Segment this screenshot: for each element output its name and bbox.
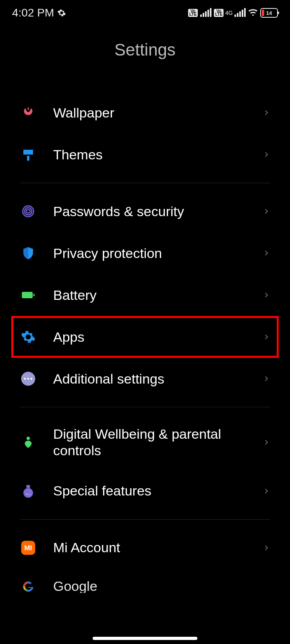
setting-label: Wallpaper [53, 105, 263, 121]
setting-item-mi-account[interactable]: MI Mi Account [0, 527, 290, 569]
battery-icon [20, 287, 36, 303]
setting-item-wellbeing[interactable]: Digital Wellbeing & parental controls [0, 415, 290, 470]
chevron-right-icon [263, 208, 270, 215]
setting-label: Themes [53, 147, 263, 163]
dots-icon [20, 371, 36, 387]
svg-point-13 [27, 493, 28, 495]
setting-label: Digital Wellbeing & parental controls [53, 426, 263, 459]
chevron-right-icon [263, 439, 270, 446]
chevron-right-icon [263, 250, 270, 257]
setting-item-wallpaper[interactable]: Wallpaper [0, 92, 290, 134]
svg-point-5 [26, 335, 30, 339]
google-icon [20, 578, 36, 593]
fingerprint-icon [20, 203, 36, 219]
svg-point-10 [27, 437, 30, 440]
svg-point-9 [31, 378, 33, 380]
svg-rect-11 [27, 485, 30, 488]
shield-icon [20, 245, 36, 261]
settings-list: Wallpaper Themes Passwords & security Pr… [0, 92, 290, 593]
svg-rect-4 [33, 294, 35, 296]
setting-item-passwords[interactable]: Passwords & security [0, 190, 290, 232]
setting-item-google[interactable]: Google [0, 569, 290, 593]
gear-icon [20, 329, 36, 345]
setting-item-additional[interactable]: Additional settings [0, 358, 290, 400]
setting-item-apps[interactable]: Apps [11, 316, 279, 358]
person-heart-icon [20, 434, 36, 450]
chevron-right-icon [263, 375, 270, 382]
svg-point-12 [23, 488, 33, 497]
setting-label: Privacy protection [53, 245, 263, 262]
battery-level: 14 [261, 10, 277, 16]
nav-indicator[interactable] [93, 637, 197, 640]
status-left: 4:02 PM [12, 6, 66, 19]
divider [20, 519, 270, 520]
setting-label: Battery [53, 287, 263, 303]
svg-point-8 [27, 378, 29, 380]
setting-item-special[interactable]: Special features [0, 470, 290, 512]
tulip-icon [20, 105, 36, 121]
chevron-right-icon [263, 291, 270, 299]
time-label: 4:02 PM [12, 6, 54, 19]
setting-item-themes[interactable]: Themes [0, 134, 290, 175]
status-bar: 4:02 PM VoLTE VoLTE 4G 14 [0, 0, 290, 24]
chevron-right-icon [263, 151, 270, 158]
signal-icon-2 [234, 9, 246, 17]
setting-label: Special features [53, 483, 263, 499]
setting-item-privacy[interactable]: Privacy protection [0, 232, 290, 274]
divider [20, 183, 270, 183]
setting-label: Apps [53, 329, 263, 345]
svg-point-14 [29, 494, 30, 495]
divider [20, 407, 270, 407]
svg-text:MI: MI [24, 544, 32, 552]
svg-point-2 [27, 210, 30, 213]
wifi-icon [248, 8, 258, 18]
setting-label: Additional settings [53, 371, 263, 387]
signal-icon [200, 9, 211, 17]
battery-icon: 14 [260, 8, 278, 18]
svg-point-7 [24, 378, 26, 380]
network-type-label: 4G [225, 10, 233, 16]
setting-item-battery[interactable]: Battery [0, 274, 290, 316]
setting-label: Google [53, 578, 270, 592]
setting-label: Mi Account [53, 539, 263, 556]
brush-icon [20, 147, 36, 163]
status-right: VoLTE VoLTE 4G 14 [188, 8, 278, 18]
volte-icon-2: VoLTE [214, 9, 224, 17]
setting-label: Passwords & security [53, 203, 263, 220]
svg-point-1 [25, 208, 32, 215]
svg-rect-3 [22, 292, 33, 298]
chevron-right-icon [263, 109, 270, 116]
chevron-right-icon [263, 333, 270, 341]
gear-icon [57, 8, 66, 17]
page-title: Settings [0, 40, 290, 60]
flask-icon [20, 483, 36, 499]
volte-icon: VoLTE [188, 9, 198, 17]
chevron-right-icon [263, 544, 270, 551]
mi-icon: MI [20, 540, 36, 556]
chevron-right-icon [263, 487, 270, 495]
